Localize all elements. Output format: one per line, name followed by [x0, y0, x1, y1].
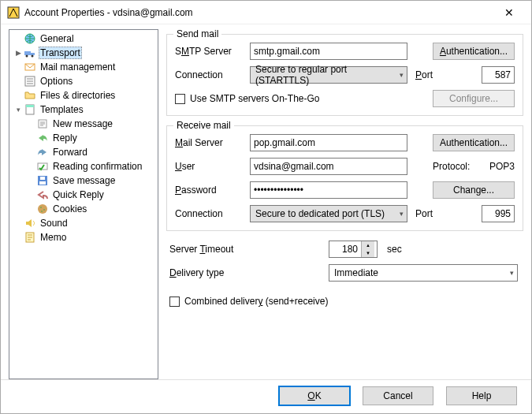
- recv-connection-select[interactable]: Secure to dedicated port (TLS) ▾: [250, 205, 407, 222]
- send-mail-legend: Send mail: [173, 28, 221, 39]
- send-mail-group: Send mail SMTP Server Authentication... …: [166, 34, 523, 116]
- receive-mail-group: Receive mail Mail Server Authentication.…: [166, 125, 523, 231]
- user-input[interactable]: [250, 158, 407, 175]
- ok-button[interactable]: OK: [279, 386, 350, 405]
- tree-item-transport[interactable]: ▶Transport: [9, 46, 158, 60]
- cancel-button[interactable]: Cancel: [363, 386, 433, 405]
- spin-up-icon[interactable]: ▲: [362, 241, 374, 249]
- protocol-label: Protocol:: [433, 161, 475, 172]
- user-label: User: [175, 161, 250, 172]
- tree-item-reply[interactable]: Reply: [9, 131, 158, 145]
- send-connection-select[interactable]: Secure to regular port (STARTTLS) ▾: [250, 66, 407, 84]
- server-timeout-spinner[interactable]: ▲▼: [329, 241, 378, 258]
- timeout-suffix: sec: [387, 244, 402, 255]
- readconf-icon: [36, 160, 49, 173]
- form-panel: Send mail SMTP Server Authentication... …: [158, 29, 523, 379]
- tree-item-quick-reply[interactable]: Quick Reply: [9, 188, 158, 202]
- help-button[interactable]: Help: [446, 386, 517, 405]
- template-icon: [24, 103, 36, 116]
- tree-item-general[interactable]: General: [9, 32, 158, 46]
- tree-item-save-message[interactable]: Save message: [9, 173, 158, 188]
- mail-server-input[interactable]: [250, 134, 407, 151]
- tree-item-label: Save message: [51, 175, 117, 186]
- tree-expander-icon[interactable]: ▾: [13, 104, 24, 115]
- tree-item-reading-confirmation[interactable]: Reading confirmation: [9, 159, 158, 173]
- tree-expander-icon: [13, 76, 24, 87]
- svg-point-5: [32, 55, 34, 58]
- recv-port-label: Port: [415, 208, 433, 219]
- receive-mail-legend: Receive mail: [173, 120, 234, 131]
- list-icon: [24, 75, 36, 88]
- svg-rect-3: [31, 53, 35, 55]
- chevron-down-icon: ▾: [510, 269, 514, 277]
- titlebar: Account Properties - vdsina@gmail.com ✕: [1, 1, 531, 24]
- tree-item-label: Transport: [39, 47, 82, 59]
- window-title: Account Properties - vdsina@gmail.com: [24, 7, 493, 18]
- delivery-type-select[interactable]: Immediate ▾: [329, 264, 518, 282]
- tree-item-label: Quick Reply: [51, 189, 106, 200]
- delivery-type-label: Delivery type: [169, 267, 319, 278]
- tree-item-memo[interactable]: Memo: [9, 230, 158, 244]
- tree-item-label: Reply: [51, 132, 79, 144]
- tree-item-options[interactable]: Options: [9, 74, 158, 88]
- send-authentication-button[interactable]: Authentication...: [433, 43, 515, 60]
- svg-rect-9: [26, 105, 34, 107]
- svg-point-18: [41, 211, 43, 212]
- dialog-footer: OK Cancel Help: [1, 379, 531, 411]
- tree-item-templates[interactable]: ▾Templates: [9, 103, 158, 117]
- smtp-server-input[interactable]: [250, 43, 407, 60]
- smtp-onthego-checkbox[interactable]: Use SMTP servers On-The-Go: [175, 90, 319, 107]
- tree-item-label: Sound: [39, 218, 69, 229]
- tree-expander-icon: [13, 62, 24, 73]
- tree-item-sound[interactable]: Sound: [9, 216, 158, 230]
- send-connection-label: Connection: [175, 69, 250, 80]
- svg-point-4: [26, 55, 28, 58]
- chevron-down-icon: ▾: [400, 210, 404, 218]
- protocol-value: POP3: [482, 161, 515, 172]
- svg-point-15: [38, 204, 47, 214]
- svg-point-17: [43, 209, 45, 211]
- tree-item-label: Reading confirmation: [51, 161, 143, 172]
- chevron-down-icon: ▾: [400, 71, 404, 79]
- globe-icon: [24, 32, 36, 45]
- svg-rect-14: [40, 177, 45, 180]
- tree-expander-icon: [13, 90, 24, 101]
- tree-item-mail-management[interactable]: Mail management: [9, 60, 158, 74]
- tree-expander-icon[interactable]: ▶: [13, 47, 24, 58]
- smtp-server-label: SMTP Server: [175, 46, 250, 57]
- send-port-input[interactable]: [482, 66, 515, 84]
- change-button[interactable]: Change...: [433, 181, 515, 199]
- mail-server-label: Mail Server: [175, 137, 250, 148]
- tree-item-forward[interactable]: Forward: [9, 145, 158, 159]
- svg-rect-13: [39, 181, 46, 185]
- tree-item-new-message[interactable]: New message: [9, 117, 158, 131]
- spin-down-icon[interactable]: ▼: [362, 249, 374, 257]
- close-button[interactable]: ✕: [493, 2, 525, 24]
- server-timeout-input[interactable]: [329, 241, 361, 257]
- server-timeout-label: Server Timeout: [169, 244, 319, 255]
- memo-icon: [24, 231, 36, 244]
- tree-item-files-directories[interactable]: Files & directories: [9, 88, 158, 103]
- password-input[interactable]: [250, 181, 407, 199]
- recv-authentication-button[interactable]: Authentication...: [433, 134, 515, 151]
- tree-expander-icon: [13, 33, 24, 44]
- quickreply-icon: [36, 188, 49, 201]
- tree-item-label: Options: [39, 76, 74, 87]
- save-icon: [36, 174, 49, 187]
- tree-expander-icon: [13, 218, 24, 229]
- combined-delivery-checkbox[interactable]: Combined delivery (send+receive): [169, 293, 328, 310]
- folder-icon: [24, 89, 36, 102]
- nav-tree[interactable]: General▶TransportMail managementOptionsF…: [9, 29, 158, 379]
- tree-item-label: Files & directories: [39, 90, 117, 101]
- cookies-icon: [36, 203, 49, 215]
- tree-item-label: Mail management: [39, 62, 117, 73]
- svg-point-16: [40, 207, 42, 208]
- recv-port-input[interactable]: [482, 205, 515, 222]
- tree-item-label: New message: [51, 118, 114, 129]
- tree-item-label: Templates: [39, 104, 85, 115]
- password-label: Password: [175, 185, 250, 196]
- tree-item-label: Memo: [39, 232, 68, 243]
- tree-item-cookies[interactable]: Cookies: [9, 202, 158, 216]
- configure-button: Configure...: [433, 90, 515, 107]
- tree-item-label: Forward: [51, 147, 89, 158]
